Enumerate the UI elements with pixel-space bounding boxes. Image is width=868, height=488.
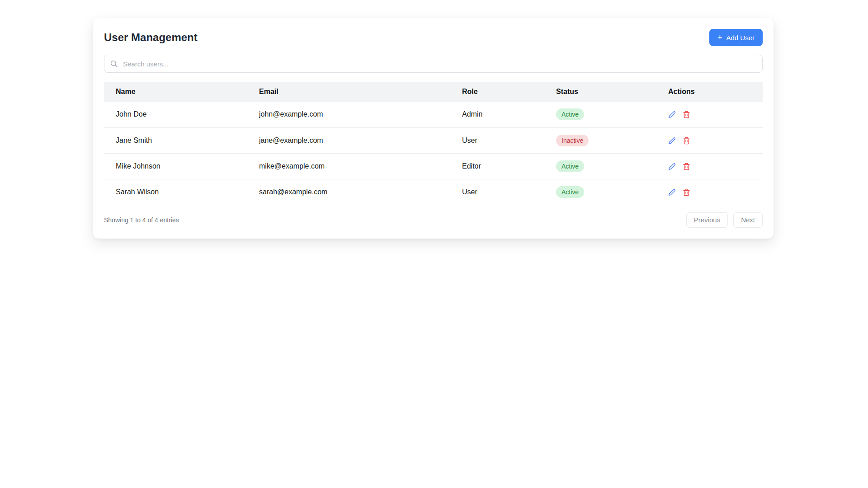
edit-user-button[interactable] [668,137,676,145]
users-table: Name Email Role Status Actions John Doe … [104,82,763,205]
edit-user-button[interactable] [668,111,676,118]
plus-icon: + [717,33,722,42]
status-badge: Active [556,108,584,120]
delete-user-button[interactable] [683,111,690,118]
user-email-cell: sarah@example.com [247,179,450,205]
card-footer: Showing 1 to 4 of 4 entries Previous Nex… [104,212,763,228]
delete-user-button[interactable] [683,137,690,145]
status-badge: Active [556,160,584,172]
page-title: User Management [104,31,198,44]
trash-icon [683,111,690,118]
user-status-cell: Active [544,179,656,205]
column-header-status: Status [544,82,656,102]
user-name-cell: Mike Johnson [104,153,247,179]
trash-icon [683,163,690,170]
pagination: Previous Next [686,212,763,228]
user-status-cell: Active [544,102,656,127]
previous-button[interactable]: Previous [686,212,728,228]
add-user-label: Add User [726,34,755,42]
trash-icon [683,137,690,145]
column-header-name: Name [104,82,247,102]
user-status-cell: Active [544,153,656,179]
status-badge: Inactive [556,135,589,146]
user-name-cell: Jane Smith [104,127,247,153]
status-badge: Active [556,186,584,198]
edit-user-button[interactable] [668,163,676,170]
user-email-cell: jane@example.com [247,127,450,153]
table-row: Sarah Wilson sarah@example.com User Acti… [104,179,763,205]
user-email-cell: mike@example.com [247,153,450,179]
user-name-cell: John Doe [104,102,247,127]
pencil-icon [668,188,676,196]
entries-summary: Showing 1 to 4 of 4 entries [104,216,179,224]
user-status-cell: Inactive [544,127,656,153]
delete-user-button[interactable] [683,188,690,196]
column-header-email: Email [247,82,450,102]
actions-cell [656,102,763,127]
search-bar [104,55,763,73]
column-header-role: Role [450,82,544,102]
table-row: Mike Johnson mike@example.com Editor Act… [104,153,763,179]
actions-cell [656,127,763,153]
next-button[interactable]: Next [733,212,763,228]
user-management-card: User Management + Add User Name Email Ro… [93,18,774,239]
table-row: John Doe john@example.com Admin Active [104,102,763,127]
trash-icon [683,188,690,196]
actions-cell [656,153,763,179]
user-role-cell: Editor [450,153,544,179]
table-body: John Doe john@example.com Admin Active [104,102,763,205]
add-user-button[interactable]: + Add User [709,29,763,46]
user-role-cell: Admin [450,102,544,127]
edit-user-button[interactable] [668,188,676,196]
table-row: Jane Smith jane@example.com User Inactiv… [104,127,763,153]
pencil-icon [668,163,676,170]
pencil-icon [668,111,676,118]
column-header-actions: Actions [656,82,763,102]
delete-user-button[interactable] [683,163,690,170]
search-input[interactable] [104,55,763,73]
pencil-icon [668,137,676,145]
user-role-cell: User [450,179,544,205]
actions-cell [656,179,763,205]
user-name-cell: Sarah Wilson [104,179,247,205]
card-header: User Management + Add User [104,29,763,46]
user-email-cell: john@example.com [247,102,450,127]
user-role-cell: User [450,127,544,153]
table-header: Name Email Role Status Actions [104,82,763,102]
